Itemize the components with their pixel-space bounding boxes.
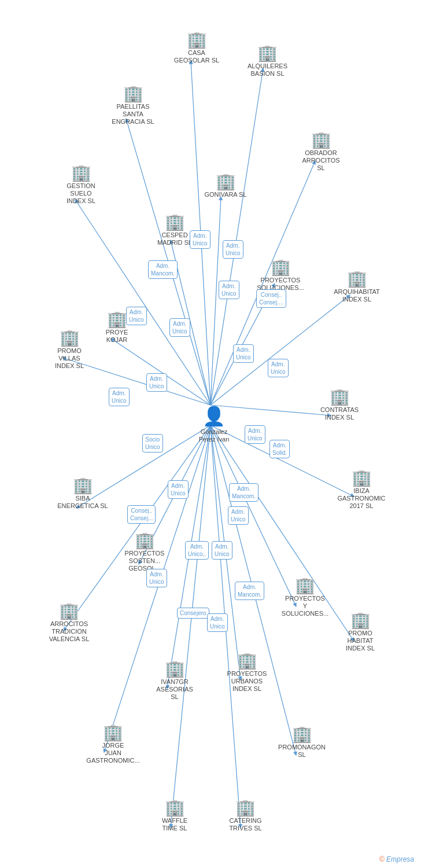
building-icon: 🏢 (271, 259, 291, 275)
svg-line-5 (211, 197, 221, 405)
node-jorge-juan[interactable]: 🏢 JORGE JUAN GASTRONOMIC... (86, 724, 141, 765)
role-badge-r7[interactable]: Adm.Unico (169, 318, 190, 337)
role-badge-r4[interactable]: Adm.Unico (219, 281, 239, 299)
building-icon: 🏢 (187, 32, 207, 48)
building-icon: 🏢 (123, 86, 143, 102)
building-icon: 🏢 (257, 45, 278, 61)
role-badge-r22[interactable]: Adm.Mancom. (235, 582, 264, 600)
building-icon: 🏢 (347, 271, 367, 287)
building-icon: 🏢 (352, 470, 372, 486)
building-icon: 🏢 (237, 653, 257, 669)
svg-line-15 (64, 425, 211, 631)
node-contratas-index[interactable]: 🏢 CONTRATAS INDEX SL (313, 389, 365, 421)
role-badge-r11[interactable]: Adm.Unico (109, 388, 130, 406)
node-arrocitos-tradicion[interactable]: 🏢 ARROCITOS TRADICION VALENCIA SL (42, 603, 97, 643)
node-gonivara[interactable]: 🏢 GONIVARA SL (202, 174, 249, 198)
node-ivan7gr[interactable]: 🏢 IVAN7GR ASESORIAS SL (149, 661, 201, 701)
svg-line-20 (104, 425, 211, 752)
role-badge-r18[interactable]: Adm.Unico (228, 506, 249, 525)
role-badge-r20[interactable]: Adm.Unico (212, 541, 232, 560)
role-badge-r3[interactable]: Adm.Mancom. (148, 260, 178, 279)
role-badge-r21[interactable]: Adm.Unico (146, 569, 167, 587)
node-proyectos-urbanos[interactable]: 🏢 PROYECTOS URBANOS INDEX SL (221, 653, 273, 693)
node-paellitas[interactable]: 🏢 PAELLITAS SANTA ENGRACIA SL (107, 86, 159, 126)
role-badge-r19[interactable]: Adm.Unico,. (185, 541, 209, 560)
building-icon: 🏢 (295, 578, 315, 594)
node-proyectos-y-soluciones[interactable]: 🏢 PROYECTOS Y SOLUCIONES... (278, 578, 333, 618)
building-icon: 🏢 (71, 165, 91, 181)
building-icon: 🏢 (60, 330, 80, 346)
role-badge-r17[interactable]: Consej..Consej... (127, 505, 156, 524)
role-badge-r5[interactable]: Consej..Consej.... (256, 289, 286, 308)
building-icon: 🏢 (59, 603, 79, 619)
node-proyectos-soste[interactable]: 🏢 PROYECTOS SOSTEN... GEOSOL... (119, 532, 171, 573)
role-badge-r23[interactable]: Consejero (177, 608, 209, 619)
node-ibiza-gastronomic[interactable]: 🏢 IBIZA GASTRONOMIC 2017 SL (335, 470, 387, 510)
watermark: © Empresa (379, 855, 414, 863)
center-node[interactable]: 👤 Gonzalez Perez Ivan (191, 405, 237, 443)
building-icon: 🏢 (292, 726, 312, 742)
building-icon: 🏢 (330, 389, 350, 405)
building-icon: 🏢 (73, 477, 93, 494)
node-proyectos-soluciones-top[interactable]: 🏢 PROYECTOS SOLUCIONES... (254, 259, 306, 292)
role-badge-r12[interactable]: SocioUnico (142, 434, 163, 453)
node-catering-trives[interactable]: 🏢 CATERING TRIVES SL (221, 800, 270, 832)
building-icon: 🏢 (216, 174, 236, 190)
role-badge-r13[interactable]: Adm.Unico (245, 425, 265, 444)
role-badge-r1[interactable]: Adm.Unico (190, 230, 211, 249)
role-badge-r10[interactable]: Adm.Unico (146, 373, 167, 392)
building-icon: 🏢 (350, 612, 371, 628)
node-obrador[interactable]: 🏢 OBRADOR ARROCITOS SL (295, 132, 347, 172)
node-promo-villas[interactable]: 🏢 PROMO VILLAS INDEX SL (43, 330, 95, 370)
building-icon: 🏢 (103, 724, 123, 741)
node-waffle-time[interactable]: 🏢 WAFFLE TIME SL (152, 800, 198, 832)
role-badge-r16[interactable]: Adm.Mancom. (229, 483, 258, 502)
building-icon: 🏢 (165, 800, 185, 816)
building-icon: 🏢 (311, 132, 331, 148)
role-badge-r2[interactable]: Adm.Unico (223, 240, 243, 259)
center-label: Gonzalez Perez Ivan (199, 428, 230, 443)
role-badge-r8[interactable]: Adm.Unico (233, 344, 254, 363)
building-icon-orange: 🏢 (135, 532, 155, 549)
person-icon: 👤 (202, 405, 226, 427)
node-arquihabitat[interactable]: 🏢 ARQUIHABITAT INDEX SL (331, 271, 383, 303)
node-promo-habitat[interactable]: 🏢 PROMO HABITAT INDEX SL (334, 612, 386, 653)
node-alquileres-basion[interactable]: 🏢 ALQUILERES BASION SL (243, 45, 292, 78)
building-icon: 🏢 (165, 661, 185, 677)
node-casa-geosolar[interactable]: 🏢 CASA GEOSOLAR SL (173, 32, 220, 64)
building-icon: 🏢 (235, 800, 256, 816)
role-badge-r9[interactable]: Adm.Unico (268, 359, 289, 377)
graph-container: 👤 Gonzalez Perez Ivan 🏢 CASA GEOSOLAR SL… (0, 0, 421, 868)
building-icon: 🏢 (107, 311, 127, 328)
node-gestion-suelo[interactable]: 🏢 GESTION SUELO INDEX SL (55, 165, 107, 205)
building-icon: 🏢 (165, 214, 185, 230)
node-siba-energetica[interactable]: 🏢 SIBA ENERGETICA SL (57, 477, 109, 510)
role-badge-r6[interactable]: Adm.Unico (126, 307, 147, 325)
node-promonagon[interactable]: 🏢 PROMONAGON SL (276, 726, 328, 759)
role-badge-r14[interactable]: Adm.Solid. (269, 440, 290, 458)
role-badge-r24[interactable]: Adm.Unico (207, 613, 228, 632)
role-badge-r15[interactable]: Adm.Unico (168, 480, 189, 499)
